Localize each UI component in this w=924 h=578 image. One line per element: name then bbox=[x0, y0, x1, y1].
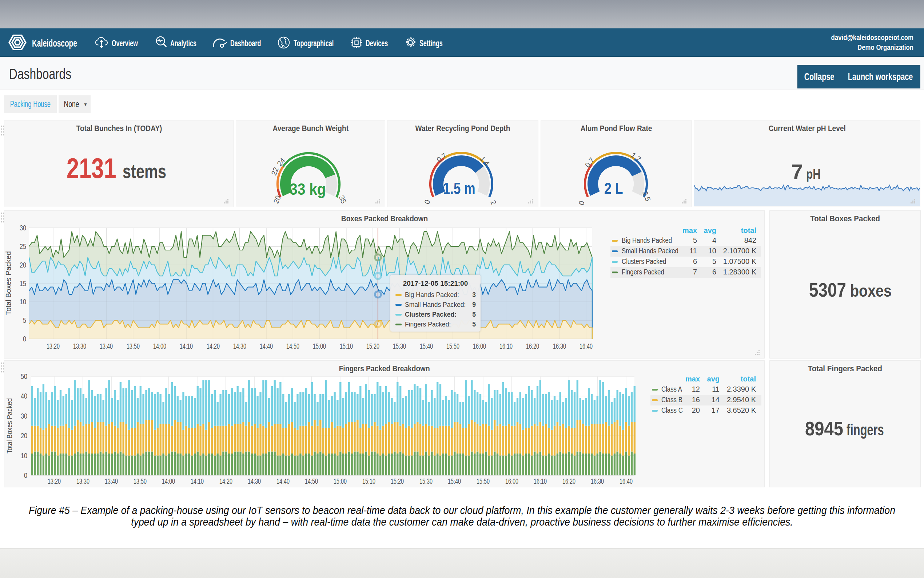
svg-text:40: 40 bbox=[21, 392, 27, 400]
svg-text:14:40: 14:40 bbox=[277, 477, 290, 485]
svg-text:13:20: 13:20 bbox=[48, 477, 61, 485]
svg-text:15:50: 15:50 bbox=[477, 477, 490, 485]
svg-text:avg: avg bbox=[707, 375, 720, 383]
svg-text:30: 30 bbox=[21, 412, 27, 420]
svg-text:total: total bbox=[741, 375, 756, 383]
svg-text:max: max bbox=[685, 375, 700, 383]
svg-text:13:50: 13:50 bbox=[134, 477, 147, 485]
svg-text:15:20: 15:20 bbox=[391, 477, 404, 485]
svg-text:16:00: 16:00 bbox=[505, 477, 518, 485]
svg-text:16:10: 16:10 bbox=[534, 477, 547, 485]
svg-text:14:30: 14:30 bbox=[248, 477, 261, 485]
svg-text:50: 50 bbox=[21, 372, 27, 380]
svg-text:14:10: 14:10 bbox=[191, 477, 204, 485]
svg-text:Total Boxes Packed: Total Boxes Packed bbox=[5, 398, 13, 453]
svg-text:14:00: 14:00 bbox=[162, 477, 175, 485]
svg-text:14:50: 14:50 bbox=[305, 477, 318, 485]
svg-text:16:30: 16:30 bbox=[591, 477, 604, 485]
svg-text:10: 10 bbox=[21, 452, 27, 460]
svg-text:15:00: 15:00 bbox=[333, 477, 347, 485]
svg-text:15:10: 15:10 bbox=[362, 477, 375, 485]
svg-text:13:30: 13:30 bbox=[76, 477, 89, 485]
svg-text:20: 20 bbox=[21, 432, 27, 440]
svg-text:16:20: 16:20 bbox=[562, 477, 576, 485]
svg-text:0: 0 bbox=[24, 471, 27, 479]
svg-text:16:40: 16:40 bbox=[620, 477, 633, 485]
svg-text:15:40: 15:40 bbox=[448, 477, 461, 485]
svg-text:13:40: 13:40 bbox=[105, 477, 118, 485]
svg-text:15:30: 15:30 bbox=[419, 477, 432, 485]
svg-text:14:20: 14:20 bbox=[219, 477, 233, 485]
